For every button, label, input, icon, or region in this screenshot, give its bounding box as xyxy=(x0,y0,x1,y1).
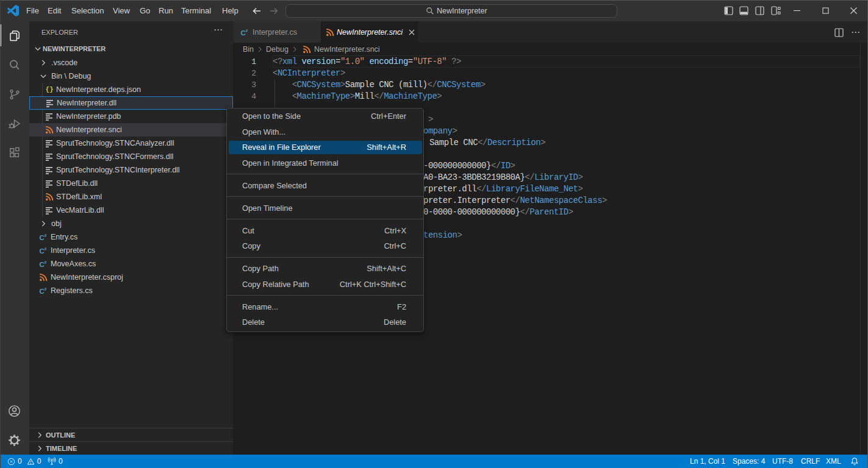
svg-text:#: # xyxy=(45,287,47,291)
svg-text:#: # xyxy=(246,29,248,33)
svg-text:#: # xyxy=(45,233,47,238)
svg-text:#: # xyxy=(45,247,47,251)
svg-text:#: # xyxy=(45,260,47,264)
